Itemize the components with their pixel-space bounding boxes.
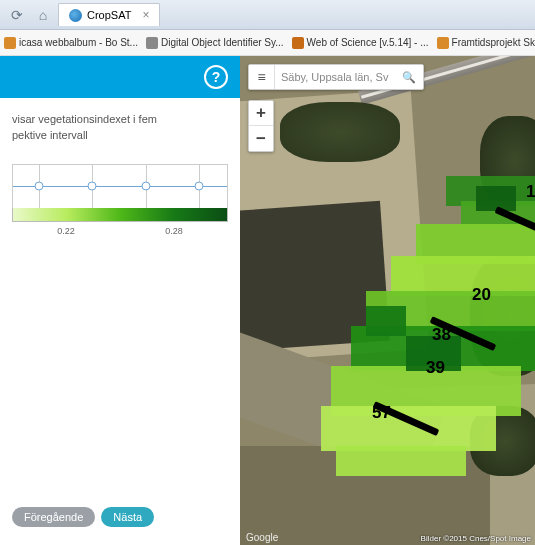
menu-icon[interactable]: ≡ xyxy=(249,65,275,89)
legend-gradient xyxy=(12,208,228,222)
sidebar-header: ? xyxy=(0,56,240,98)
bookmark-item[interactable]: Digital Object Identifier Sy... xyxy=(146,37,284,49)
bookmark-item[interactable]: Web of Science [v.5.14] - ... xyxy=(292,37,429,49)
legend-labels: 0.22 0.28 xyxy=(12,225,228,238)
bookmarks-bar: icasa webbalbum - Bo St... Digital Objec… xyxy=(0,30,535,56)
annotation-number: 1 xyxy=(526,182,535,202)
zoom-in-button[interactable]: + xyxy=(249,101,273,126)
zoom-out-button[interactable]: − xyxy=(249,126,273,151)
annotation-number: 39 xyxy=(426,358,445,378)
annotation-number: 20 xyxy=(472,285,491,305)
annotation-number: 38 xyxy=(432,325,451,345)
next-button[interactable]: Nästa xyxy=(101,507,154,527)
home-icon[interactable]: ⌂ xyxy=(32,4,54,26)
refresh-icon[interactable]: ⟳ xyxy=(6,4,28,26)
legend-slider[interactable] xyxy=(12,164,228,208)
vegetation-overlay: 1 19 20 38 39 57 xyxy=(296,146,535,476)
google-logo: Google xyxy=(246,532,278,543)
zoom-control: + − xyxy=(248,100,274,152)
annotation-number: 57 xyxy=(372,403,391,423)
legend: 0.22 0.28 xyxy=(12,164,228,238)
tab-title: CropSAT xyxy=(87,9,131,21)
map-search-input[interactable] xyxy=(275,65,395,89)
tab-close-icon[interactable]: × xyxy=(142,8,149,22)
sidebar-body: visar vegetationsindexet i fem pektive i… xyxy=(0,98,240,252)
map-attribution: Bilder ©2015 Cnes/Spot Image xyxy=(421,534,531,543)
prev-button[interactable]: Föregående xyxy=(12,507,95,527)
browser-toolbar: ⟳ ⌂ CropSAT × xyxy=(0,0,535,30)
help-icon[interactable]: ? xyxy=(204,65,228,89)
map-search-bar: ≡ 🔍 xyxy=(248,64,424,90)
sidebar-description: visar vegetationsindexet i fem pektive i… xyxy=(12,112,228,144)
app-body: ? visar vegetationsindexet i fem pektive… xyxy=(0,56,535,545)
map[interactable]: 1 19 20 38 39 57 ≡ 🔍 + − Google Bilder ©… xyxy=(240,56,535,545)
sidebar-footer: Föregående Nästa xyxy=(0,507,240,545)
ie-icon xyxy=(69,9,82,22)
browser-tab[interactable]: CropSAT × xyxy=(58,3,160,26)
search-icon[interactable]: 🔍 xyxy=(395,65,423,89)
sidebar: ? visar vegetationsindexet i fem pektive… xyxy=(0,56,240,545)
bookmark-item[interactable]: Framtidsprojekt Skara - St... xyxy=(437,37,535,49)
bookmark-item[interactable]: icasa webbalbum - Bo St... xyxy=(4,37,138,49)
